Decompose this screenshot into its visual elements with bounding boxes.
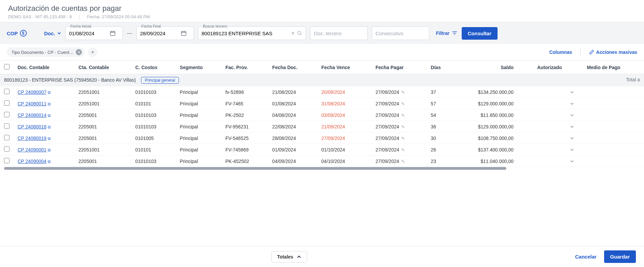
filter-icon <box>452 30 458 36</box>
external-link-icon[interactable]: ⧉ <box>48 125 51 129</box>
col-segmento[interactable]: Segmento <box>176 61 222 74</box>
edit-date-icon[interactable]: ✎ <box>401 159 405 164</box>
expand-row-icon[interactable] <box>566 156 583 167</box>
row-checkbox[interactable] <box>4 100 9 106</box>
fdoc-cell: 22/08/2024 <box>268 121 317 132</box>
row-checkbox[interactable] <box>4 146 9 152</box>
fecha-final-input[interactable] <box>140 30 181 36</box>
expand-row-icon[interactable] <box>566 86 583 98</box>
doc-link[interactable]: CP 24080019 <box>18 136 46 141</box>
buscar-tercero-input[interactable] <box>202 30 291 36</box>
doc-link[interactable]: CP 24090004 <box>18 159 46 164</box>
expand-row-icon[interactable] <box>566 144 583 156</box>
external-link-icon[interactable]: ⧉ <box>48 90 51 95</box>
doc-link[interactable]: CP 24090001 <box>18 147 46 152</box>
table-row: CP 24090004⧉ 2205001 01010103 Principal … <box>0 156 644 167</box>
cc-cell: 010101 <box>131 144 176 156</box>
row-checkbox[interactable] <box>4 89 9 94</box>
select-all-checkbox[interactable] <box>4 64 9 69</box>
data-table: Doc. Contable Cta. Contable C. Costos Se… <box>0 61 644 167</box>
currency-label: COP <box>7 30 18 36</box>
col-cta-contable[interactable]: Cta. Contable <box>74 61 131 74</box>
edit-date-icon[interactable]: ✎ <box>401 136 405 141</box>
expand-row-icon[interactable] <box>566 132 583 144</box>
seg-cell: Principal <box>176 109 222 121</box>
filtrar-button[interactable]: Filtrar <box>436 30 458 36</box>
data-table-container: Doc. Contable Cta. Contable C. Costos Se… <box>0 61 644 170</box>
filter-bar: COP $ Doc. Fecha Inicial — Fecha Final B… <box>0 22 644 44</box>
edit-date-icon[interactable]: ✎ <box>401 147 405 152</box>
doc-tercero-field[interactable] <box>310 26 368 40</box>
col-c-costos[interactable]: C. Costos <box>131 61 176 74</box>
col-medio-pago[interactable]: Medio de Pago <box>583 61 644 74</box>
page-title: Autorización de cuentas por pagar <box>8 4 636 13</box>
row-checkbox[interactable] <box>4 135 9 140</box>
cta-cell: 22051001 <box>74 86 131 98</box>
page-header: Autorización de cuentas por pagar DEMO S… <box>0 0 644 22</box>
seg-cell: Principal <box>176 144 222 156</box>
col-fecha-pagar[interactable]: Fecha Pagar <box>371 61 427 74</box>
autorizado-cell <box>518 109 566 121</box>
col-dias[interactable]: Días <box>427 61 454 74</box>
table-row: CP 24080007⧉ 22051001 01010103 Principal… <box>0 86 644 98</box>
row-checkbox[interactable] <box>4 123 9 129</box>
horizontal-scrollbar[interactable] <box>4 167 506 170</box>
row-checkbox[interactable] <box>4 112 9 117</box>
fac-cell: FV-7465 <box>221 98 268 109</box>
calendar-icon[interactable] <box>110 30 116 36</box>
doc-link[interactable]: CP 24080014 <box>18 112 46 118</box>
col-fecha-doc[interactable]: Fecha Doc. <box>268 61 317 74</box>
dias-cell: 30 <box>427 132 454 144</box>
fecha-inicial-input[interactable] <box>69 30 110 36</box>
external-link-icon[interactable]: ⧉ <box>48 113 51 118</box>
seg-cell: Principal <box>176 156 222 167</box>
col-saldo[interactable]: Saldo <box>453 61 518 74</box>
fdoc-cell: 01/09/2024 <box>268 144 317 156</box>
fecha-inicial-field[interactable]: Fecha Inicial <box>65 26 123 40</box>
external-link-icon[interactable]: ⧉ <box>48 148 51 152</box>
dias-cell: 57 <box>427 98 454 109</box>
row-checkbox[interactable] <box>4 158 9 163</box>
edit-date-icon[interactable]: ✎ <box>401 90 405 95</box>
expand-row-icon[interactable] <box>566 109 583 121</box>
edit-date-icon[interactable]: ✎ <box>401 124 405 129</box>
col-autorizado[interactable]: Autorizado <box>518 61 566 74</box>
currency-icon: $ <box>20 30 27 37</box>
doc-link[interactable]: CP 24080018 <box>18 124 46 129</box>
expand-row-icon[interactable] <box>566 121 583 132</box>
fven-cell: 20/09/2024 <box>317 86 371 98</box>
expand-row-icon[interactable] <box>566 98 583 109</box>
consecutivo-field[interactable] <box>372 26 429 40</box>
external-link-icon[interactable]: ⧉ <box>48 136 51 141</box>
fecha-final-field[interactable]: Fecha Final <box>136 26 194 40</box>
saldo-cell: $129.000.000,00 <box>453 121 518 132</box>
clear-icon[interactable]: ✕ <box>291 30 295 36</box>
edit-date-icon[interactable]: ✎ <box>401 113 405 118</box>
col-fecha-vence[interactable]: Fecha Vence <box>317 61 371 74</box>
doc-type-dropdown[interactable]: Doc. <box>44 30 62 36</box>
doc-link[interactable]: CP 24080011 <box>18 101 46 106</box>
doc-tercero-input[interactable] <box>314 30 364 36</box>
currency-selector[interactable]: COP $ <box>7 30 27 37</box>
external-link-icon[interactable]: ⧉ <box>48 102 51 106</box>
doc-link[interactable]: CP 24080007 <box>18 89 46 95</box>
consultar-button[interactable]: Consultar <box>462 27 498 40</box>
medio-pago-cell <box>583 121 644 132</box>
fdoc-cell: 04/09/2024 <box>268 156 317 167</box>
edit-icon <box>589 49 594 55</box>
add-filter-button[interactable]: + <box>88 47 97 57</box>
search-icon[interactable] <box>297 30 302 36</box>
buscar-tercero-field[interactable]: Buscar tercero ✕ <box>198 26 306 40</box>
consecutivo-input[interactable] <box>375 30 426 36</box>
col-fac-prov[interactable]: Fac. Prov. <box>221 61 268 74</box>
table-row: CP 24080014⧉ 2205001 01010103 Principal … <box>0 109 644 121</box>
filter-chip-tipo-documento[interactable]: Tipo Documento - CP - Cuenta ... ✕ <box>7 47 85 57</box>
calendar-icon[interactable] <box>181 30 187 36</box>
edit-date-icon[interactable]: ✎ <box>401 101 405 106</box>
external-link-icon[interactable]: ⧉ <box>48 159 51 164</box>
acciones-masivas-button[interactable]: Acciones masivas <box>589 49 637 55</box>
chip-remove-icon[interactable]: ✕ <box>76 49 82 55</box>
col-doc-contable[interactable]: Doc. Contable <box>14 61 74 74</box>
saldo-cell: $11.040.000,00 <box>453 156 518 167</box>
columnas-button[interactable]: Columnas <box>549 49 572 55</box>
